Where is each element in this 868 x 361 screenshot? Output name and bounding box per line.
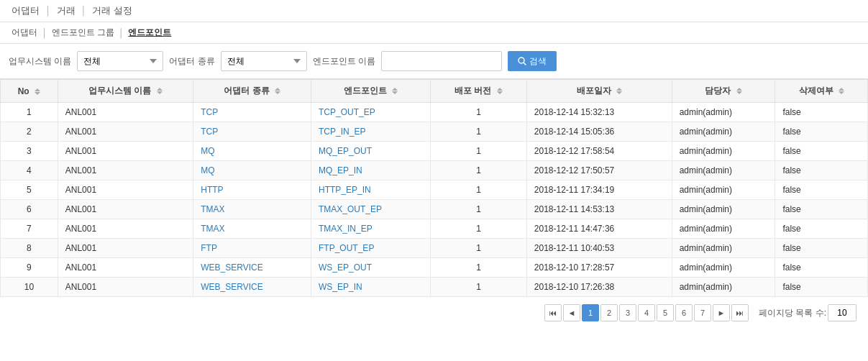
cell-adapter[interactable]: TMAX [193, 219, 311, 239]
topnav-item-trade-settings[interactable]: 거래 설정 [89, 4, 135, 17]
sort-icon-manager [736, 88, 742, 94]
cell-deleted: false [775, 258, 868, 278]
cell-no: 8 [1, 239, 58, 258]
cell-adapter[interactable]: MQ [193, 142, 311, 161]
cell-deleted: false [775, 239, 868, 258]
cell-endpoint[interactable]: WS_EP_IN [311, 278, 431, 297]
cell-version: 1 [431, 239, 527, 258]
cell-endpoint[interactable]: MQ_EP_IN [311, 161, 431, 180]
cell-version: 1 [431, 180, 527, 200]
cell-adapter[interactable]: TCP [193, 103, 311, 122]
cell-adapter[interactable]: MQ [193, 161, 311, 180]
page-first-button[interactable]: ⏮ [544, 304, 562, 321]
page-size-label: 페이지당 목록 수: [759, 307, 826, 319]
cell-adapter[interactable]: TCP [193, 122, 311, 142]
cell-manager: admin(admin) [672, 278, 775, 297]
cell-no: 1 [1, 103, 58, 122]
cell-version: 1 [431, 258, 527, 278]
col-adapter[interactable]: 어댑터 종류 [193, 80, 311, 103]
page-prev-button[interactable]: ◄ [563, 304, 580, 321]
cell-no: 7 [1, 219, 58, 239]
cell-deploy_date: 2018-12-11 10:40:53 [526, 239, 672, 258]
biz-system-select[interactable]: 전체 [77, 51, 163, 71]
table-body: 1ANL001TCPTCP_OUT_EP12018-12-14 15:32:13… [1, 103, 868, 297]
cell-endpoint[interactable]: TMAX_OUT_EP [311, 200, 431, 219]
breadcrumb-sep-1: │ [42, 28, 47, 38]
cell-version: 1 [431, 219, 527, 239]
sort-icon-deleted [839, 88, 844, 94]
col-no[interactable]: No [1, 80, 58, 103]
table-row: 7ANL001TMAXTMAX_IN_EP12018-12-11 14:47:3… [1, 219, 868, 239]
cell-endpoint[interactable]: TCP_IN_EP [311, 122, 431, 142]
cell-manager: admin(admin) [672, 200, 775, 219]
cell-biz: ANL001 [58, 278, 193, 297]
cell-endpoint[interactable]: TCP_OUT_EP [311, 103, 431, 122]
adapter-type-select[interactable]: 전체 [221, 51, 307, 71]
col-deleted[interactable]: 삭제여부 [775, 80, 868, 103]
topnav-item-trade[interactable]: 거래 [54, 4, 78, 17]
page-4-button[interactable]: 4 [638, 304, 655, 321]
cell-endpoint[interactable]: TMAX_IN_EP [311, 219, 431, 239]
topnav-item-adapter[interactable]: 어댑터 [9, 4, 42, 17]
cell-deploy_date: 2018-12-10 17:28:57 [526, 258, 672, 278]
col-endpoint[interactable]: 엔드포인트 [311, 80, 431, 103]
cell-endpoint[interactable]: MQ_EP_OUT [311, 142, 431, 161]
cell-endpoint[interactable]: FTP_OUT_EP [311, 239, 431, 258]
cell-endpoint[interactable]: WS_EP_OUT [311, 258, 431, 278]
cell-deleted: false [775, 122, 868, 142]
cell-adapter[interactable]: FTP [193, 239, 311, 258]
cell-version: 1 [431, 161, 527, 180]
cell-manager: admin(admin) [672, 219, 775, 239]
cell-biz: ANL001 [58, 161, 193, 180]
cell-biz: ANL001 [58, 103, 193, 122]
col-deploy-date[interactable]: 배포일자 [526, 80, 672, 103]
cell-endpoint[interactable]: HTTP_EP_IN [311, 180, 431, 200]
search-label: 검색 [529, 55, 547, 68]
cell-deleted: false [775, 103, 868, 122]
cell-no: 2 [1, 122, 58, 142]
cell-biz: ANL001 [58, 122, 193, 142]
page-next-button[interactable]: ► [713, 304, 730, 321]
cell-adapter[interactable]: HTTP [193, 180, 311, 200]
cell-deleted: false [775, 200, 868, 219]
table-row: 5ANL001HTTPHTTP_EP_IN12018-12-11 17:34:1… [1, 180, 868, 200]
cell-manager: admin(admin) [672, 180, 775, 200]
cell-manager: admin(admin) [672, 239, 775, 258]
page-5-button[interactable]: 5 [657, 304, 674, 321]
table-row: 4ANL001MQMQ_EP_IN12018-12-12 17:50:57adm… [1, 161, 868, 180]
cell-manager: admin(admin) [672, 161, 775, 180]
col-manager[interactable]: 담당자 [672, 80, 775, 103]
breadcrumb-endpoint-group[interactable]: 엔드포인트 그룹 [49, 27, 117, 39]
page-2-button[interactable]: 2 [600, 304, 618, 321]
cell-adapter[interactable]: WEB_SERVICE [193, 278, 311, 297]
cell-adapter[interactable]: TMAX [193, 200, 311, 219]
table-header-row: No 업무시스템 이름 어댑터 종류 엔드포인트 배포 버전 배포일자 담당자 … [1, 80, 868, 103]
search-button[interactable]: 검색 [508, 51, 557, 71]
page-6-button[interactable]: 6 [675, 304, 693, 321]
breadcrumb-endpoint[interactable]: 엔드포인트 [125, 27, 174, 39]
cell-biz: ANL001 [58, 239, 193, 258]
page-7-button[interactable]: 7 [694, 304, 711, 321]
col-version[interactable]: 배포 버전 [431, 80, 527, 103]
cell-deploy_date: 2018-12-11 14:53:13 [526, 200, 672, 219]
cell-biz: ANL001 [58, 180, 193, 200]
table-row: 9ANL001WEB_SERVICEWS_EP_OUT12018-12-10 1… [1, 258, 868, 278]
table-row: 1ANL001TCPTCP_OUT_EP12018-12-14 15:32:13… [1, 103, 868, 122]
endpoint-name-input[interactable] [381, 51, 502, 71]
svg-line-1 [524, 63, 526, 65]
col-biz[interactable]: 업무시스템 이름 [58, 80, 193, 103]
cell-deploy_date: 2018-12-11 14:47:36 [526, 219, 672, 239]
page-3-button[interactable]: 3 [619, 304, 636, 321]
table-row: 2ANL001TCPTCP_IN_EP12018-12-14 15:05:36a… [1, 122, 868, 142]
cell-deleted: false [775, 161, 868, 180]
sort-icon-endpoint [392, 88, 398, 94]
sort-icon-version [497, 88, 503, 94]
cell-adapter[interactable]: WEB_SERVICE [193, 258, 311, 278]
page-1-button[interactable]: 1 [582, 304, 599, 321]
cell-version: 1 [431, 103, 527, 122]
breadcrumb-adapter[interactable]: 어댑터 [9, 27, 40, 39]
endpoint-name-label: 엔드포인트 이름 [313, 55, 375, 68]
page-last-button[interactable]: ⏭ [731, 304, 749, 321]
cell-deploy_date: 2018-12-12 17:50:57 [526, 161, 672, 180]
page-size-input[interactable] [828, 304, 856, 321]
